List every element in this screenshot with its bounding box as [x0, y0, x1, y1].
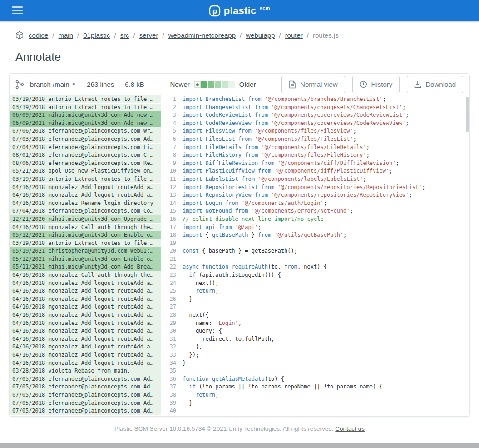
annotation-row[interactable]: 07/06/2018 efernandez@plainconcepts.com … — [10, 127, 161, 135]
download-button[interactable]: Download — [407, 76, 463, 93]
code-text: function getAliasMetadata(to) { — [183, 375, 469, 383]
line-number: 40 — [162, 407, 176, 415]
annotation-row[interactable]: 07/05/2018 efernandez@plainconcepts.com … — [10, 383, 161, 391]
annotation-row[interactable]: 04/16/2018 mgonzalez Call auth through t… — [10, 271, 161, 279]
logo-wordmark: plastic — [224, 5, 257, 17]
annotation-row[interactable]: 04/16/2018 mgonzalez Add logout routeAdd… — [10, 287, 161, 295]
vertical-scrollbar[interactable] — [466, 97, 469, 132]
annotation-row[interactable]: 04/16/2018 mgonzalez Add logout routeAdd… — [10, 191, 161, 199]
annotation-row[interactable]: 03/19/2018 antonio Extract routes to fil… — [10, 239, 161, 248]
code-line: 2import ChangesetsList from '@/component… — [162, 104, 469, 112]
normal-view-button[interactable]: Normal view — [281, 76, 345, 93]
breadcrumb-link-webuiapp[interactable]: webuiapp — [246, 31, 275, 39]
line-number: 20 — [162, 247, 176, 255]
file-size: 6.8 kB — [125, 80, 144, 88]
annotation-row[interactable]: 03/19/2018 antonio Extract routes to fil… — [10, 104, 161, 112]
annotation-row[interactable]: 04/16/2018 mgonzalez Add logout routeAdd… — [10, 351, 161, 359]
code-text: const { basePath } = getBasePath(); — [183, 247, 469, 255]
annotation-row[interactable]: 05/11/2021 mihai.micu@unity3d.com Add Br… — [10, 263, 161, 271]
annotation-row[interactable]: 07/05/2018 efernandez@plainconcepts.com … — [10, 391, 161, 399]
code-text: }); — [183, 351, 469, 359]
line-number: 29 — [162, 319, 176, 328]
breadcrumb-separator: / — [77, 31, 79, 39]
code-text: import Login from '@/components/auth/Log… — [183, 199, 469, 208]
breadcrumb-separator: / — [240, 31, 242, 39]
breadcrumb-link-src[interactable]: src — [120, 31, 129, 39]
code-line: 12import RepositoriesList from '@/compon… — [162, 184, 469, 192]
breadcrumb-link-router[interactable]: router — [285, 31, 303, 39]
menu-icon[interactable] — [11, 5, 24, 15]
code-line: 26 } — [162, 295, 469, 304]
annotation-row[interactable]: 04/16/2018 mgonzalez Add logout routeAdd… — [10, 359, 161, 368]
history-label: History — [371, 80, 393, 88]
annotation-row[interactable]: 05/21/2018 apol Use new PlasticDiffView … — [10, 167, 161, 175]
annotation-row[interactable]: 06/09/2021 mihai.micu@unity3d.com Add ne… — [10, 111, 161, 119]
download-label: Download — [425, 80, 456, 88]
breadcrumb-current: routes.js — [313, 31, 339, 39]
code-line: 33 }); — [162, 351, 469, 359]
annotation-row[interactable]: 05/12/2021 mihai.micu@unity3d.com Enable… — [10, 255, 161, 264]
breadcrumb-link-webadmin-netcoreapp[interactable]: webadmin-netcoreapp — [168, 31, 236, 39]
line-number: 34 — [162, 359, 176, 368]
clock-icon — [360, 80, 367, 88]
annotation-row[interactable]: 07/05/2018 efernandez@plainconcepts.com … — [10, 407, 161, 415]
annotation-row[interactable]: 04/16/2018 mgonzalez Add logout routeAdd… — [10, 303, 161, 311]
annotation-row[interactable]: 04/16/2018 mgonzalez Add logout routeAdd… — [10, 279, 161, 288]
annotation-row[interactable]: 08/06/2018 efernandez@plainconcepts.com … — [10, 159, 161, 168]
annotation-row[interactable]: 07/05/2018 efernandez@plainconcepts.com … — [10, 375, 161, 383]
code-text — [183, 239, 469, 248]
code-line: 17import api from '@/api'; — [162, 224, 469, 232]
code-text: import FileDetails from '@/components/fi… — [183, 144, 469, 152]
code-line: 23 if (api.auth.isLoggedIn()) { — [162, 271, 469, 279]
annotation-row[interactable]: 05/12/2021 mihai.micu@unity3d.com Enable… — [10, 231, 161, 239]
annotation-row[interactable]: 04/16/2018 mgonzalez Add logout routeAdd… — [10, 184, 161, 192]
line-number: 36 — [162, 375, 176, 383]
contact-us-link[interactable]: Contact us — [335, 425, 365, 432]
annotation-row[interactable]: 04/16/2018 mgonzalez Add logout routeAdd… — [10, 319, 161, 328]
annotation-row[interactable]: 03/19/2018 antonio Extract routes to fil… — [10, 95, 161, 104]
annotation-row[interactable]: 06/09/2021 mihai.micu@unity3d.com Add ne… — [10, 119, 161, 128]
code-line: 32 }, — [162, 343, 469, 351]
annotation-row[interactable]: 12/21/2020 mihai.micu@unity3d.com Upgrad… — [10, 215, 161, 224]
annotation-row[interactable]: 04/16/2018 mgonzalez Add logout routeAdd… — [10, 335, 161, 343]
code-text: if (api.auth.isLoggedIn()) { — [183, 271, 469, 279]
code-line: 13import RepositoryView from '@/componen… — [162, 191, 469, 199]
annotation-row[interactable]: 04/16/2018 mgonzalez Add logout routeAdd… — [10, 343, 161, 351]
code-text: name: 'Login', — [183, 319, 469, 328]
annotation-row[interactable]: 07/04/2018 efernandez@plainconcepts.com … — [10, 207, 161, 215]
line-number: 38 — [162, 391, 176, 399]
breadcrumb-link-codice[interactable]: codice — [29, 31, 48, 39]
branch-selector[interactable]: branch /main ▾ — [29, 79, 76, 90]
annotation-row[interactable]: 04/16/2018 mgonzalez Rename login direct… — [10, 199, 161, 208]
code-line: 19 — [162, 239, 469, 248]
legend-older-label: Older — [239, 80, 256, 88]
annotation-row[interactable]: 08/01/2018 efernandez@plainconcepts.com … — [10, 151, 161, 159]
branch-hierarchy-icon[interactable] — [15, 80, 25, 89]
annotation-row[interactable]: 04/16/2018 mgonzalez Call auth through t… — [10, 224, 161, 232]
code-line: 27 — [162, 303, 469, 311]
annotation-row[interactable]: 07/04/2018 efernandez@plainconcepts.com … — [10, 144, 161, 152]
footer-text: Plastic SCM Server 10.0.16.5734 © 2021 U… — [114, 425, 333, 432]
annotation-row[interactable]: 04/16/2018 mgonzalez Add logout routeAdd… — [10, 295, 161, 304]
annotation-row[interactable]: 05/19/2021 christophera@unity3d.com WebU… — [10, 247, 161, 255]
line-number: 25 — [162, 287, 176, 295]
line-number: 33 — [162, 351, 176, 359]
breadcrumb-link-main[interactable]: main — [59, 31, 74, 39]
annotation-row[interactable]: 04/16/2018 mgonzalez Add logout routeAdd… — [10, 311, 161, 319]
line-number: 37 — [162, 383, 176, 391]
annotation-row[interactable]: 07/03/2018 efernandez@plainconcepts.com … — [10, 135, 161, 144]
code-text — [183, 255, 469, 264]
line-number: 11 — [162, 175, 176, 184]
code-text — [183, 303, 469, 311]
breadcrumb-link-server[interactable]: server — [139, 31, 158, 39]
line-number: 16 — [162, 215, 176, 224]
code-text: import FileHistory from '@/components/fi… — [183, 151, 469, 159]
breadcrumb-link-01plastic[interactable]: 01plastic — [83, 31, 110, 39]
code-line: 1import BranchesList from '@/components/… — [162, 95, 469, 104]
history-button[interactable]: History — [352, 76, 400, 93]
annotation-row[interactable]: 04/16/2018 mgonzalez Add logout routeAdd… — [10, 327, 161, 335]
line-number: 35 — [162, 367, 176, 375]
annotation-row[interactable]: 03/19/2018 antonio Extract routes to fil… — [10, 175, 161, 184]
annotation-row[interactable]: 03/28/2018 violeta Rebase from main. — [10, 367, 161, 375]
annotation-row[interactable]: 07/05/2018 efernandez@plainconcepts.com … — [10, 399, 161, 408]
